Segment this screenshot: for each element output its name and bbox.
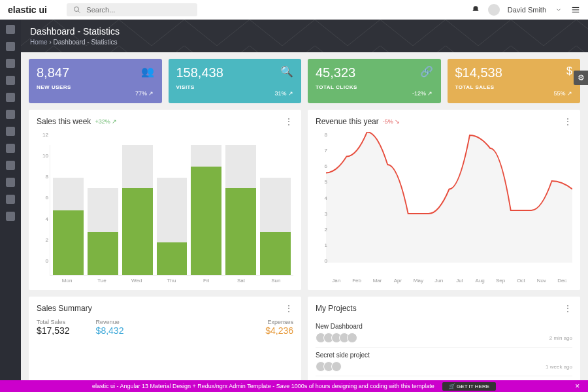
more-icon[interactable]: ⋮	[563, 303, 572, 314]
more-icon[interactable]: ⋮	[563, 116, 572, 127]
topbar: elastic ui David Smith	[0, 0, 588, 20]
panel-title: Sales this week	[37, 117, 91, 126]
search-icon	[73, 5, 81, 14]
nav-icon-6[interactable]	[6, 110, 15, 119]
main: Dashboard - Statistics Home › Dashboard …	[21, 20, 588, 380]
card-pct: 77% ↗	[135, 90, 154, 97]
nav-icon-1[interactable]	[6, 25, 15, 34]
bar	[122, 145, 153, 275]
footer-text: elastic ui - Angular 13 Material Design …	[92, 383, 434, 389]
bell-icon[interactable]	[471, 5, 480, 14]
card-value: 158,438	[176, 65, 294, 80]
promo-footer: elastic ui - Angular 13 Material Design …	[0, 380, 588, 392]
card-label: VISITS	[176, 84, 294, 90]
delta-badge: +32% ↗	[95, 118, 117, 125]
card-value: 45,323	[316, 65, 433, 80]
bar-chart: 121086420	[37, 132, 293, 276]
card-label: TOTAL CLICKS	[316, 84, 433, 90]
breadcrumb: Home › Dashboard - Statistics	[30, 39, 579, 46]
project-name: New Dashboard	[316, 323, 572, 330]
nav-icon-12[interactable]	[6, 212, 15, 221]
chevron-down-icon[interactable]	[554, 5, 563, 14]
project-ago: 2 min ago	[549, 335, 572, 341]
panel-title: Revenue this year	[316, 117, 379, 126]
bar	[191, 145, 221, 275]
summary-total-sales: Total Sales$17,532	[37, 319, 70, 336]
panel-sales-summary: Sales Summary ⋮ Total Sales$17,532Revenu…	[29, 297, 301, 380]
summary-revenue: Revenue$8,432	[96, 319, 124, 336]
stat-card-total-clicks[interactable]: 45,323 TOTAL CLICKS -12% ↗ 🔗	[308, 59, 441, 103]
bar	[225, 145, 256, 275]
search-icon: 🔍	[280, 65, 293, 78]
nav-icon-9[interactable]	[6, 161, 15, 170]
card-value: $14,538	[455, 65, 573, 80]
sidebar	[0, 20, 21, 392]
panel-title: My Projects	[316, 304, 357, 313]
bar	[88, 188, 118, 275]
nav-icon-3[interactable]	[6, 59, 15, 68]
bar	[157, 178, 188, 275]
menu-icon[interactable]	[571, 5, 580, 14]
users-plus-icon: 👥	[141, 65, 154, 78]
more-icon[interactable]: ⋮	[284, 116, 293, 127]
page-title: Dashboard - Statistics	[30, 26, 579, 37]
stat-card-visits[interactable]: 158,438 VISITS 31% ↗ 🔍	[169, 59, 302, 103]
card-pct: 55% ↗	[553, 90, 572, 97]
nav-icon-11[interactable]	[6, 195, 15, 204]
nav-icon-8[interactable]	[6, 144, 15, 153]
bar	[53, 178, 84, 275]
more-icon[interactable]: ⋮	[284, 303, 293, 314]
settings-gear-icon[interactable]: ⚙	[574, 71, 588, 85]
panel-revenue-year: Revenue this year -5% ↘ ⋮ 876543210 JanF…	[308, 110, 580, 290]
close-icon[interactable]: ✕	[575, 383, 580, 389]
avatar	[331, 361, 342, 372]
card-pct: -12% ↗	[412, 90, 433, 97]
card-label: NEW USERS	[37, 84, 154, 90]
dollar-icon: $	[566, 65, 572, 77]
stat-card-total-sales[interactable]: $14,538 TOTAL SALES 55% ↗ $	[448, 59, 581, 103]
card-value: 8,847	[37, 65, 154, 80]
svg-line-1	[78, 10, 80, 12]
panel-title: Sales Summary	[37, 304, 92, 313]
get-it-button[interactable]: 🛒 GET IT HERE	[442, 382, 496, 391]
avatar	[347, 333, 357, 343]
avatar[interactable]	[488, 4, 500, 16]
nav-icon-2[interactable]	[6, 42, 15, 51]
project-item[interactable]: New Dashboard 2 min ago	[316, 319, 572, 348]
nav-icon-10[interactable]	[6, 178, 15, 187]
page-header: Dashboard - Statistics Home › Dashboard …	[21, 20, 588, 52]
search-input[interactable]	[86, 6, 191, 14]
search-box[interactable]	[67, 3, 197, 16]
bar	[260, 178, 291, 275]
project-item[interactable]: Secret side project 1 week ago	[316, 348, 572, 376]
project-ago: 1 week ago	[546, 364, 572, 370]
nav-icon-4[interactable]	[6, 76, 15, 85]
crumb-home[interactable]: Home	[30, 39, 48, 46]
nav-icon-5[interactable]	[6, 93, 15, 102]
panel-my-projects: My Projects ⋮ New Dashboard 2 min agoSec…	[308, 297, 580, 380]
brand-logo: elastic ui	[8, 5, 47, 15]
card-pct: 31% ↗	[274, 90, 293, 97]
line-chart: 876543210	[316, 132, 572, 276]
crumb-current: Dashboard - Statistics	[54, 39, 118, 46]
summary-expenses: Expenses$4,236	[265, 319, 293, 336]
stat-cards: 8,847 NEW USERS 77% ↗ 👥158,438 VISITS 31…	[29, 59, 580, 103]
link-icon: 🔗	[420, 65, 433, 78]
panel-sales-week: Sales this week +32% ↗ ⋮ 121086420 MonTu…	[29, 110, 301, 290]
stat-card-new-users[interactable]: 8,847 NEW USERS 77% ↗ 👥	[29, 59, 162, 103]
project-name: Secret side project	[316, 351, 572, 359]
delta-badge: -5% ↘	[383, 118, 400, 125]
username[interactable]: David Smith	[508, 6, 546, 14]
card-label: TOTAL SALES	[455, 84, 573, 90]
svg-point-0	[74, 7, 79, 11]
nav-icon-7[interactable]	[6, 127, 15, 136]
